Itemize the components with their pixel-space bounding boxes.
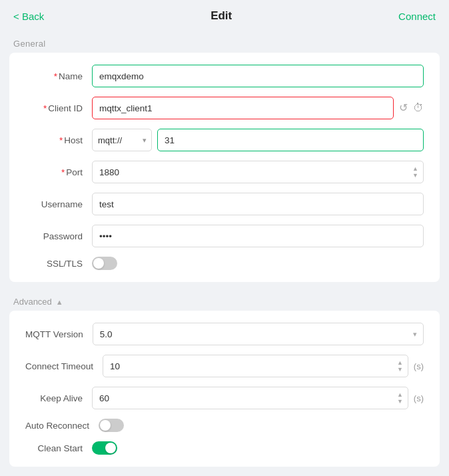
connect-timeout-wrapper: ▲ ▼ (103, 355, 408, 377)
host-label: *Host (25, 135, 92, 145)
password-input[interactable] (92, 225, 424, 247)
username-label: Username (25, 199, 92, 209)
mqtt-version-select-wrap: 3.1 3.1.1 5.0 (93, 323, 424, 345)
ssl-row: SSL/TLS (25, 257, 424, 270)
clock-icon[interactable]: ⏱ (413, 103, 424, 113)
connect-button[interactable]: Connect (398, 11, 436, 22)
auto-reconnect-label: Auto Reconnect (25, 421, 99, 431)
mqtt-version-row: MQTT Version 3.1 3.1.1 5.0 (25, 323, 424, 345)
username-input[interactable] (92, 193, 424, 215)
required-star-host: * (59, 135, 63, 145)
back-button[interactable]: < Back (13, 11, 44, 22)
auto-reconnect-row: Auto Reconnect (25, 419, 424, 432)
keepalive-down-btn[interactable]: ▼ (397, 399, 403, 405)
client-id-row: *Client ID ↺ ⏱ (25, 97, 424, 119)
connect-timeout-unit: (s) (414, 361, 424, 371)
required-star-clientid: * (43, 103, 47, 113)
host-protocol-wrap: mqtt:// mqtts:// ws:// wss:// (92, 129, 152, 151)
general-card: *Name *Client ID ↺ ⏱ *Host mqtt:// mqtts… (9, 53, 440, 282)
host-row: *Host mqtt:// mqtts:// ws:// wss:// (25, 129, 424, 151)
timeout-up-btn[interactable]: ▲ (397, 360, 403, 366)
advanced-section-header[interactable]: Advanced ▲ (0, 291, 449, 311)
connect-timeout-row: Connect Timeout ▲ ▼ (s) (25, 355, 424, 377)
port-wrapper: ▲ ▼ (92, 161, 424, 183)
port-input[interactable] (92, 161, 424, 183)
client-id-label: *Client ID (25, 103, 92, 113)
timeout-down-btn[interactable]: ▼ (397, 367, 403, 373)
port-spinner: ▲ ▼ (412, 166, 418, 179)
keepalive-up-btn[interactable]: ▲ (397, 392, 403, 398)
timeout-spinner: ▲ ▼ (397, 360, 403, 373)
keep-alive-input[interactable] (92, 387, 408, 409)
port-row: *Port ▲ ▼ (25, 161, 424, 183)
password-label: Password (25, 231, 92, 241)
keep-alive-label: Keep Alive (25, 393, 92, 403)
connect-timeout-input[interactable] (103, 355, 408, 377)
advanced-arrow-icon: ▲ (56, 298, 63, 306)
name-label: *Name (25, 71, 92, 81)
name-input[interactable] (92, 65, 424, 87)
host-protocol-select[interactable]: mqtt:// mqtts:// ws:// wss:// (92, 129, 152, 151)
mqtt-version-label: MQTT Version (25, 329, 93, 339)
keep-alive-wrapper: ▲ ▼ (92, 387, 408, 409)
port-up-btn[interactable]: ▲ (412, 166, 418, 172)
client-id-input[interactable] (92, 97, 394, 119)
ssl-label: SSL/TLS (25, 259, 92, 269)
mqtt-version-select[interactable]: 3.1 3.1.1 5.0 (93, 323, 424, 345)
keep-alive-row: Keep Alive ▲ ▼ (s) (25, 387, 424, 409)
clean-start-row: Clean Start (25, 441, 424, 455)
keep-alive-unit: (s) (414, 393, 424, 403)
advanced-label: Advanced (13, 297, 52, 307)
port-down-btn[interactable]: ▼ (412, 173, 418, 179)
clean-start-label: Clean Start (25, 443, 92, 453)
name-row: *Name (25, 65, 424, 87)
password-row: Password (25, 225, 424, 247)
port-label: *Port (25, 167, 92, 177)
ssl-toggle[interactable] (92, 257, 117, 270)
username-row: Username (25, 193, 424, 215)
page-title: Edit (211, 9, 232, 23)
header: < Back Edit Connect (0, 0, 449, 32)
host-wrapper: mqtt:// mqtts:// ws:// wss:// (92, 129, 424, 151)
keepalive-spinner: ▲ ▼ (397, 392, 403, 405)
required-star-port: * (61, 167, 65, 177)
refresh-icon[interactable]: ↺ (399, 103, 408, 113)
clean-start-toggle[interactable] (92, 441, 117, 455)
auto-reconnect-toggle[interactable] (99, 419, 124, 432)
advanced-card: MQTT Version 3.1 3.1.1 5.0 Connect Timeo… (9, 311, 440, 467)
client-id-wrapper: ↺ ⏱ (92, 97, 424, 119)
host-ip-input[interactable] (157, 129, 424, 151)
connect-timeout-label: Connect Timeout (25, 361, 103, 371)
required-star: * (54, 71, 57, 81)
general-section-label: General (0, 32, 449, 53)
